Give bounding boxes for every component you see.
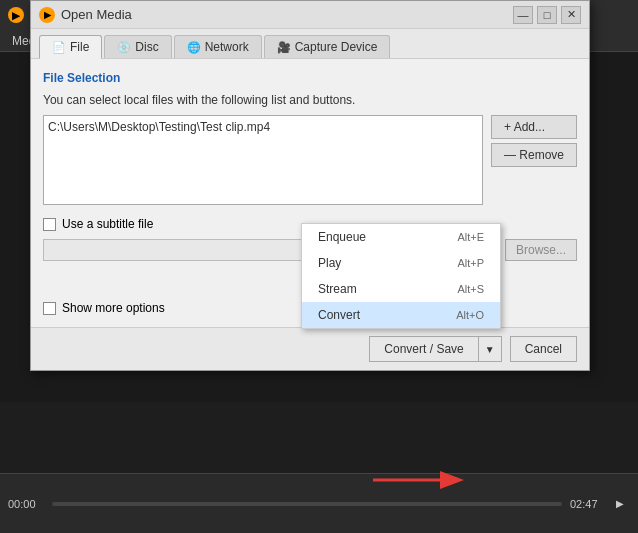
tab-file[interactable]: 📄 File xyxy=(39,35,102,59)
arrow-annotation xyxy=(363,460,483,503)
play-label: Play xyxy=(318,256,341,270)
network-tab-icon: 🌐 xyxy=(187,41,201,54)
capture-tab-icon: 🎥 xyxy=(277,41,291,54)
more-options-checkbox[interactable] xyxy=(43,302,56,315)
tab-capture[interactable]: 🎥 Capture Device xyxy=(264,35,391,58)
dialog-tabs: 📄 File 💿 Disc 🌐 Network 🎥 Capture Device xyxy=(31,29,589,59)
subtitle-label: Use a subtitle file xyxy=(62,217,153,231)
remove-button[interactable]: — Remove xyxy=(491,143,577,167)
open-media-dialog: ▶ Open Media — □ ✕ 📄 File 💿 Disc 🌐 Netwo… xyxy=(30,0,590,371)
tab-network[interactable]: 🌐 Network xyxy=(174,35,262,58)
more-options-label: Show more options xyxy=(62,301,165,315)
dialog-window-buttons: — □ ✕ xyxy=(513,6,581,24)
section-description: You can select local files with the foll… xyxy=(43,93,577,107)
arrow-svg xyxy=(363,460,483,500)
convert-save-button: Convert / Save ▼ xyxy=(369,336,501,362)
play-button[interactable]: ▶ xyxy=(610,494,630,514)
play-shortcut: Alt+P xyxy=(457,257,484,269)
tab-capture-label: Capture Device xyxy=(295,40,378,54)
convert-label: Convert xyxy=(318,308,360,322)
stream-shortcut: Alt+S xyxy=(457,283,484,295)
progress-bar[interactable] xyxy=(52,502,562,506)
cancel-button[interactable]: Cancel xyxy=(510,336,577,362)
file-buttons: + Add... — Remove xyxy=(491,115,577,205)
tab-file-label: File xyxy=(70,40,89,54)
convert-save-dropdown-arrow[interactable]: ▼ xyxy=(478,336,502,362)
dialog-titlebar: ▶ Open Media — □ ✕ xyxy=(31,1,589,29)
maximize-button[interactable]: □ xyxy=(537,6,557,24)
dialog-title: Open Media xyxy=(61,7,132,22)
vlc-logo-icon: ▶ xyxy=(8,7,24,23)
section-label: File Selection xyxy=(43,71,577,85)
time-end: 02:47 xyxy=(570,498,606,510)
tab-disc-label: Disc xyxy=(135,40,158,54)
tab-disc[interactable]: 💿 Disc xyxy=(104,35,171,58)
enqueue-shortcut: Alt+E xyxy=(457,231,484,243)
minimize-button[interactable]: — xyxy=(513,6,533,24)
add-button[interactable]: + Add... xyxy=(491,115,577,139)
browse-button[interactable]: Browse... xyxy=(505,239,577,261)
time-start: 00:00 xyxy=(8,498,44,510)
dropdown-stream[interactable]: Stream Alt+S xyxy=(302,276,500,302)
dialog-footer: Enqueue Alt+E Play Alt+P Stream Alt+S Co… xyxy=(31,327,589,370)
vlc-controls: 00:00 02:47 ▶ xyxy=(0,473,638,533)
close-button[interactable]: ✕ xyxy=(561,6,581,24)
file-tab-icon: 📄 xyxy=(52,41,66,54)
dropdown-enqueue[interactable]: Enqueue Alt+E xyxy=(302,224,500,250)
enqueue-label: Enqueue xyxy=(318,230,366,244)
tab-network-label: Network xyxy=(205,40,249,54)
convert-shortcut: Alt+O xyxy=(456,309,484,321)
dialog-vlc-icon: ▶ xyxy=(39,7,55,23)
disc-tab-icon: 💿 xyxy=(117,41,131,54)
dropdown-menu: Enqueue Alt+E Play Alt+P Stream Alt+S Co… xyxy=(301,223,501,329)
dropdown-play[interactable]: Play Alt+P xyxy=(302,250,500,276)
file-list[interactable]: C:\Users\M\Desktop\Testing\Test clip.mp4 xyxy=(43,115,483,205)
file-area: C:\Users\M\Desktop\Testing\Test clip.mp4… xyxy=(43,115,577,205)
dropdown-convert[interactable]: Convert Alt+O xyxy=(302,302,500,328)
convert-save-main[interactable]: Convert / Save xyxy=(369,336,477,362)
file-path: C:\Users\M\Desktop\Testing\Test clip.mp4 xyxy=(48,120,270,134)
stream-label: Stream xyxy=(318,282,357,296)
subtitle-checkbox[interactable] xyxy=(43,218,56,231)
